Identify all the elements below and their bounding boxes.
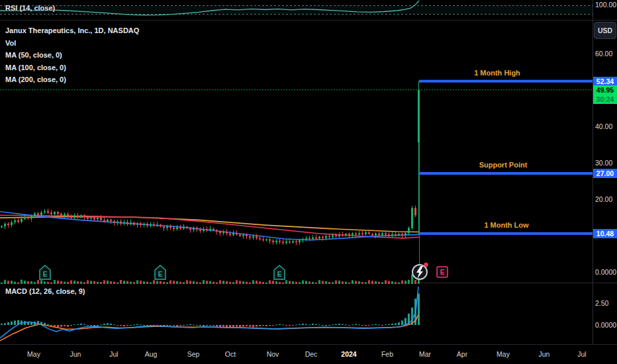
- macd-hist-bar: [203, 325, 205, 326]
- earnings-marker[interactable]: E: [274, 265, 285, 279]
- candle-body: [50, 212, 52, 214]
- volume-bar: [166, 282, 168, 284]
- macd-hist-bar: [70, 325, 72, 326]
- macd-legend[interactable]: MACD (12, 26, close, 9): [5, 287, 85, 295]
- candle-body: [262, 240, 264, 241]
- macd-hist-bar: [169, 325, 171, 326]
- volume-bar: [378, 282, 380, 284]
- candle-body: [113, 221, 115, 223]
- volume-bar: [153, 280, 155, 284]
- svg-text:E: E: [277, 271, 282, 278]
- level-annotation[interactable]: 1 Month High: [474, 69, 520, 77]
- volume-bar: [47, 282, 49, 284]
- ma200-legend[interactable]: MA (200, close, 0): [5, 75, 66, 83]
- volume-bar: [328, 282, 330, 284]
- level-annotation[interactable]: 1 Month Low: [484, 221, 528, 229]
- volume-bar: [93, 281, 95, 284]
- macd-hist-bar: [199, 325, 201, 326]
- candle-body: [239, 234, 241, 236]
- volume-bar: [272, 281, 274, 284]
- vol-legend[interactable]: Vol: [5, 39, 16, 47]
- candle-body: [385, 233, 387, 234]
- volume-bar: [295, 282, 297, 284]
- level-annotation[interactable]: Support Point: [479, 161, 528, 169]
- macd-hist-bar: [368, 325, 370, 326]
- macd-hist-bar: [179, 325, 181, 326]
- flash-marker[interactable]: [412, 263, 428, 279]
- candle-body: [272, 241, 274, 242]
- candle-body: [206, 229, 208, 230]
- macd-hist-bar: [1, 324, 3, 325]
- symbol-legend[interactable]: Janux Therapeutics, Inc., 1D, NASDAQ: [5, 26, 139, 34]
- ma100-legend[interactable]: MA (100, close, 0): [5, 64, 66, 71]
- candle-body: [97, 218, 99, 219]
- volume-bar: [183, 282, 185, 284]
- macd-hist-bar: [87, 325, 89, 326]
- volume-bar: [90, 281, 92, 284]
- volume-bar: [229, 282, 231, 284]
- macd-hist-bar: [73, 324, 75, 325]
- currency-usd-button[interactable]: USD: [594, 22, 616, 39]
- volume-bar: [342, 281, 344, 284]
- macd-hist-bar: [246, 325, 248, 326]
- volume-bar: [222, 281, 224, 284]
- macd-hist-bar: [365, 325, 367, 326]
- earnings-marker-upcoming[interactable]: E: [437, 267, 448, 277]
- earnings-marker[interactable]: E: [40, 265, 50, 279]
- volume-bar: [173, 281, 175, 284]
- macd-hist-bar: [110, 324, 112, 325]
- volume-bar: [186, 280, 188, 284]
- volume-bar: [100, 282, 102, 284]
- volume-bar: [219, 280, 221, 284]
- volume-bar: [368, 280, 370, 284]
- rsi-legend[interactable]: RSI (14, close): [5, 4, 55, 12]
- macd-tick: 0.0000: [595, 321, 616, 329]
- earnings-marker[interactable]: E: [155, 265, 166, 279]
- macd-hist-bar: [173, 325, 175, 326]
- candle-body: [130, 222, 132, 224]
- macd-hist-bar: [140, 324, 142, 325]
- macd-hist-bar: [361, 325, 363, 326]
- volume-bar: [305, 281, 307, 284]
- chart-canvas[interactable]: EEEE: [0, 0, 617, 364]
- volume-bar: [136, 280, 138, 284]
- volume-bar: [169, 280, 171, 284]
- macd-hist-bar: [378, 324, 380, 325]
- macd-hist-bar: [249, 325, 251, 327]
- volume-bar: [322, 281, 324, 284]
- candle-body: [30, 216, 32, 218]
- volume-bar: [355, 281, 357, 284]
- ma50-legend[interactable]: MA (50, close, 0): [5, 51, 62, 59]
- macd-hist-bar: [388, 324, 390, 325]
- volume-bar: [189, 281, 191, 284]
- volume-bar: [335, 281, 337, 284]
- candle-body: [179, 227, 181, 228]
- macd-hist-bar: [418, 293, 420, 325]
- candle-body: [292, 241, 294, 242]
- volume-bar: [226, 281, 228, 284]
- macd-hist-bar: [322, 325, 324, 326]
- candle-body: [265, 240, 267, 241]
- candle-body: [232, 233, 234, 235]
- volume-bar: [117, 283, 119, 284]
- macd-hist-bar: [14, 320, 16, 325]
- candle-body: [289, 242, 291, 243]
- macd-hist-bar: [57, 325, 59, 327]
- macd-hist-bar: [196, 325, 198, 326]
- macd-hist-bar: [338, 324, 340, 325]
- macd-hist-bar: [355, 324, 357, 325]
- macd-hist-bar: [77, 324, 79, 325]
- candle-body: [222, 232, 224, 233]
- macd-hist-bar: [130, 325, 132, 326]
- volume-bar: [265, 283, 267, 284]
- volume-bar: [414, 280, 416, 284]
- candle-body: [123, 222, 125, 224]
- macd-hist-bar: [299, 324, 301, 325]
- volume-bar: [57, 281, 59, 284]
- candle-body: [285, 242, 287, 243]
- volume-bar: [408, 280, 410, 284]
- candle-body: [186, 227, 188, 228]
- macd-hist-bar: [352, 324, 354, 325]
- candle-body: [17, 220, 19, 222]
- volume-bar: [348, 283, 350, 284]
